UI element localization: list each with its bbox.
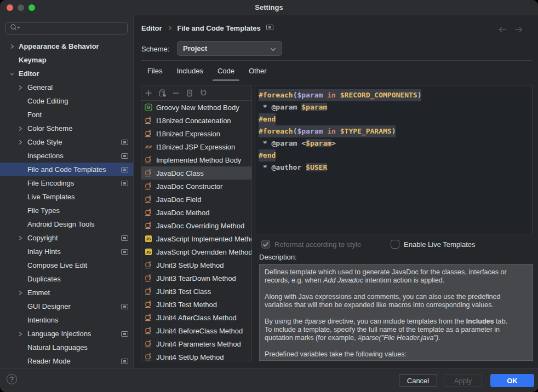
copy-icon[interactable] [185, 89, 194, 97]
sidebar-item-inspections[interactable]: Inspections [0, 149, 133, 163]
sidebar-item-reader-mode[interactable]: Reader Mode [0, 354, 133, 368]
scheme-dropdown[interactable]: Project [177, 41, 282, 56]
template-item-i18nized-expression[interactable]: I18nized Expression [141, 127, 251, 140]
sidebar-item-appearance-behavior[interactable]: Appearance & Behavior [0, 39, 133, 53]
java-icon [145, 156, 152, 164]
chevron-right-icon [168, 24, 172, 32]
svg-text:G: G [146, 105, 150, 110]
back-arrow-icon[interactable] [499, 25, 507, 35]
chevron-right-icon[interactable] [18, 85, 22, 90]
chevron-right-icon[interactable] [18, 290, 22, 296]
help-icon[interactable]: ? [7, 374, 17, 384]
search-input[interactable] [5, 22, 128, 34]
scheme-value: Project [183, 44, 270, 53]
chevron-down-icon[interactable] [10, 71, 14, 77]
sidebar-item-inlay-hints[interactable]: Inlay Hints [0, 245, 133, 258]
template-item-junit4-afterclass-method[interactable]: JUnit4 AfterClass Method [141, 311, 251, 324]
sidebar-item-label: Code Style [27, 138, 62, 146]
sidebar-item-label: Appearance & Behavior [19, 42, 99, 50]
sidebar-item-code-editing[interactable]: Code Editing [0, 94, 133, 108]
duplicate-icon[interactable] [158, 89, 167, 97]
description-paragraph: By using the #parse directive, you can i… [265, 318, 528, 342]
template-list: GGroovy New Method BodyI18nized Concaten… [141, 101, 251, 361]
monitor-icon [266, 24, 273, 32]
revert-icon[interactable] [199, 89, 208, 97]
tab-other[interactable]: Other [249, 67, 267, 81]
sidebar-item-font[interactable]: Font [0, 108, 133, 122]
template-item-javadoc-field[interactable]: JavaDoc Field [141, 193, 251, 206]
template-item-junit4-setup-method[interactable]: JUnit4 SetUp Method [141, 350, 251, 361]
sidebar-item-color-scheme[interactable]: Color Scheme [0, 122, 133, 135]
sidebar-item-duplicates[interactable]: Duplicates [0, 272, 133, 286]
cancel-button[interactable]: Cancel [399, 374, 437, 387]
template-item-junit3-setup-method[interactable]: JUnit3 SetUp Method [141, 258, 251, 272]
footer: ? Cancel Apply OK [0, 368, 538, 392]
ok-button[interactable]: OK [490, 374, 534, 387]
sidebar-item-live-templates[interactable]: Live Templates [0, 190, 133, 204]
sidebar-item-code-style[interactable]: Code Style [0, 135, 133, 149]
breadcrumb-editor[interactable]: Editor [141, 24, 162, 32]
tab-files[interactable]: Files [147, 67, 162, 81]
description-paragraph: Predefined variables take the following … [265, 350, 528, 359]
java-icon [145, 340, 152, 348]
remove-icon[interactable] [171, 89, 180, 97]
apply-button[interactable]: Apply [444, 374, 482, 387]
monitor-icon [121, 249, 128, 257]
template-item-implemented-method-body[interactable]: Implemented Method Body [141, 153, 251, 166]
sidebar-item-natural-languages[interactable]: Natural Languages [0, 341, 133, 354]
live-templates-checkbox[interactable]: Enable Live Templates [391, 240, 476, 249]
template-item-label: JUnit3 SetUp Method [156, 261, 224, 269]
monitor-icon [121, 358, 128, 366]
sidebar-item-android-design-tools[interactable]: Android Design Tools [0, 217, 133, 231]
template-item-javadoc-class[interactable]: JavaDoc Class [141, 166, 251, 180]
java-icon [145, 261, 152, 269]
java-icon [145, 117, 152, 124]
sidebar-item-file-and-code-templates[interactable]: File and Code Templates [0, 163, 133, 176]
template-item-javadoc-method[interactable]: JavaDoc Method [141, 206, 251, 219]
chevron-right-icon[interactable] [18, 140, 22, 145]
chevron-spacer [10, 57, 14, 63]
sidebar-item-emmet[interactable]: Emmet [0, 286, 133, 299]
template-item-label: Implemented Method Body [156, 156, 241, 164]
template-item-junit4-parameters-method[interactable]: JUnit4 Parameters Method [141, 337, 251, 350]
code-line: * @author $USER [259, 162, 532, 174]
add-icon[interactable] [144, 89, 153, 97]
chevron-right-icon[interactable] [10, 44, 14, 49]
java-icon [145, 169, 152, 177]
sidebar-item-gui-designer[interactable]: GUI Designer [0, 299, 133, 313]
template-item-junit3-teardown-method[interactable]: JUnit3 TearDown Method [141, 272, 251, 285]
template-item-junit3-test-class[interactable]: JUnit3 Test Class [141, 285, 251, 298]
template-list-panel: GGroovy New Method BodyI18nized Concaten… [141, 85, 252, 361]
sidebar-item-intentions[interactable]: Intentions [0, 313, 133, 327]
sidebar-item-language-injections[interactable]: Language Injections [0, 327, 133, 341]
sidebar-item-file-encodings[interactable]: File Encodings [0, 176, 133, 190]
template-item-javadoc-constructor[interactable]: JavaDoc Constructor [141, 180, 251, 193]
forward-arrow-icon[interactable] [514, 25, 523, 35]
reformat-checkbox[interactable]: Reformat according to style [261, 240, 361, 249]
template-item-groovy-new-method-body[interactable]: GGroovy New Method Body [141, 101, 251, 114]
tab-code[interactable]: Code [218, 67, 234, 81]
chevron-spacer [18, 153, 22, 159]
template-editor[interactable]: #foreach($param in $RECORD_COMPONENTS) *… [255, 85, 533, 234]
template-item-javadoc-overriding-method[interactable]: JavaDoc Overriding Method [141, 219, 251, 232]
template-item-label: JUnit3 TearDown Method [156, 274, 236, 283]
tab-includes[interactable]: Includes [176, 67, 203, 81]
chevron-right-icon[interactable] [18, 331, 22, 337]
breadcrumb-page: File and Code Templates [178, 24, 261, 32]
sidebar-item-file-types[interactable]: File Types [0, 204, 133, 217]
template-item-junit4-beforeclass-method[interactable]: JUnit4 BeforeClass Method [141, 324, 251, 337]
svg-text:JSP: JSP [145, 145, 152, 149]
sidebar-item-editor[interactable]: Editor [0, 67, 133, 80]
checkbox-checked-icon [261, 240, 270, 249]
sidebar-item-label: Android Design Tools [27, 220, 95, 228]
sidebar-item-general[interactable]: General [0, 80, 133, 94]
template-item-i18nized-jsp-expression[interactable]: JSPI18nized JSP Expression [141, 140, 251, 153]
template-item-i18nized-concatenation[interactable]: I18nized Concatenation [141, 114, 251, 127]
java-icon [145, 209, 152, 216]
sidebar-item-compose-live-edit[interactable]: Compose Live Edit [0, 258, 133, 272]
sidebar-item-keymap[interactable]: Keymap [0, 53, 133, 67]
chevron-right-icon[interactable] [18, 235, 22, 241]
sidebar-item-copyright[interactable]: Copyright [0, 231, 133, 245]
chevron-right-icon[interactable] [18, 126, 22, 131]
template-item-junit3-test-method[interactable]: JUnit3 Test Method [141, 298, 251, 311]
